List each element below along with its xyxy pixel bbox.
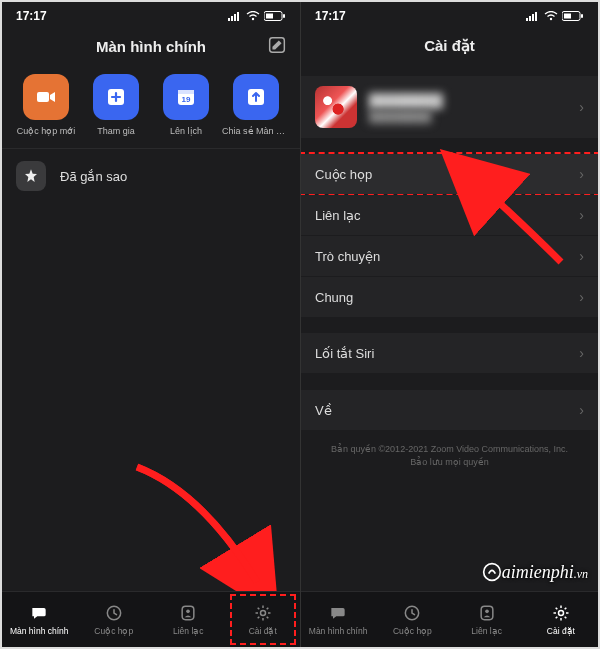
tab-label: Liên lạc (471, 626, 502, 636)
action-label: Lên lịch (170, 126, 202, 136)
status-indicators (526, 11, 584, 21)
battery-icon (562, 11, 584, 21)
svg-rect-18 (526, 18, 528, 21)
action-label: Chia sẻ Màn hình (222, 126, 290, 136)
page-title: Màn hình chính (96, 38, 206, 55)
status-time: 17:17 (315, 9, 346, 23)
chevron-right-icon: › (579, 166, 584, 182)
profile-subtext: ████████ (369, 110, 567, 122)
profile-name: ████████ (369, 93, 567, 108)
edit-icon[interactable] (266, 34, 288, 56)
chevron-right-icon: › (579, 289, 584, 305)
cell-contacts[interactable]: Liên lạc › (301, 195, 598, 236)
chevron-right-icon: › (579, 99, 584, 115)
cell-about[interactable]: Về › (301, 390, 598, 431)
copyright-text: Bản quyền ©2012-2021 Zoom Video Communic… (301, 431, 598, 480)
svg-rect-24 (564, 14, 571, 19)
tab-bar: Màn hình chính Cuộc họp Liên lạc Cài đặt (301, 591, 598, 647)
tab-label: Cuộc họp (393, 626, 432, 636)
share-icon (233, 74, 279, 120)
tab-label: Màn hình chính (309, 626, 368, 636)
cell-label: Lối tắt Siri (315, 346, 374, 361)
watermark: aimienphi.vn (482, 562, 588, 583)
profile-cell[interactable]: ████████ ████████ › (301, 76, 598, 138)
calendar-day: 19 (182, 95, 191, 104)
cell-label: Chung (315, 290, 353, 305)
svg-point-17 (260, 611, 265, 616)
status-time: 17:17 (16, 9, 47, 23)
svg-point-16 (186, 610, 190, 614)
svg-rect-6 (266, 14, 273, 19)
svg-rect-9 (37, 92, 49, 102)
starred-row[interactable]: Đã gắn sao (2, 153, 300, 199)
status-bar: 17:17 (2, 2, 300, 26)
tab-label: Cuộc họp (94, 626, 133, 636)
status-bar: 17:17 (301, 2, 598, 26)
plus-icon (93, 74, 139, 120)
video-icon (23, 74, 69, 120)
svg-rect-25 (581, 14, 583, 18)
cell-general[interactable]: Chung › (301, 277, 598, 317)
cellular-icon (228, 11, 242, 21)
status-indicators (228, 11, 286, 21)
starred-label: Đã gắn sao (60, 169, 127, 184)
tab-contacts[interactable]: Liên lạc (151, 592, 226, 647)
join-button[interactable]: Tham gia (82, 74, 150, 136)
action-label: Cuộc họp mới (17, 126, 76, 136)
svg-point-26 (483, 564, 500, 581)
cell-label: Liên lạc (315, 208, 361, 223)
calendar-icon: 19 (163, 74, 209, 120)
svg-rect-0 (228, 18, 230, 21)
chevron-right-icon: › (579, 207, 584, 223)
svg-rect-3 (237, 12, 239, 21)
tab-home[interactable]: Màn hình chính (2, 592, 77, 647)
tab-settings[interactable]: Cài đặt (524, 592, 598, 647)
svg-point-30 (558, 611, 563, 616)
screen-settings: 17:17 Cài đặt ████████ ████████ (300, 2, 598, 647)
tab-meetings[interactable]: Cuộc họp (77, 592, 152, 647)
cell-label: Về (315, 403, 332, 418)
header: Màn hình chính (2, 26, 300, 66)
cell-label: Cuộc họp (315, 167, 372, 182)
header: Cài đặt (301, 26, 598, 66)
cell-label: Trò chuyện (315, 249, 380, 264)
svg-point-4 (252, 18, 254, 20)
action-label: Tham gia (97, 126, 135, 136)
svg-rect-12 (178, 90, 194, 94)
tab-label: Cài đặt (547, 626, 575, 636)
tab-meetings[interactable]: Cuộc họp (375, 592, 449, 647)
tab-contacts[interactable]: Liên lạc (450, 592, 524, 647)
tab-home[interactable]: Màn hình chính (301, 592, 375, 647)
star-icon (16, 161, 46, 191)
new-meeting-button[interactable]: Cuộc họp mới (12, 74, 80, 136)
chevron-right-icon: › (579, 345, 584, 361)
tab-bar: Màn hình chính Cuộc họp Liên lạc Cài đặt (2, 591, 300, 647)
page-title: Cài đặt (424, 37, 475, 55)
cellular-icon (526, 11, 540, 21)
svg-point-29 (485, 610, 489, 614)
wifi-icon (246, 11, 260, 21)
tab-label: Liên lạc (173, 626, 204, 636)
battery-icon (264, 11, 286, 21)
tab-label: Màn hình chính (10, 626, 69, 636)
wifi-icon (544, 11, 558, 21)
svg-rect-2 (234, 14, 236, 21)
screen-home: 17:17 Màn hình chính (2, 2, 300, 647)
tab-settings[interactable]: Cài đặt (226, 592, 301, 647)
chevron-right-icon: › (579, 402, 584, 418)
chevron-right-icon: › (579, 248, 584, 264)
svg-rect-1 (231, 16, 233, 21)
divider (2, 148, 300, 149)
svg-rect-20 (532, 14, 534, 21)
schedule-button[interactable]: 19 Lên lịch (152, 74, 220, 136)
action-row: Cuộc họp mới Tham gia 19 Lên lịch Chi (2, 66, 300, 148)
cell-meetings[interactable]: Cuộc họp › (301, 154, 598, 195)
share-screen-button[interactable]: Chia sẻ Màn hình (222, 74, 290, 136)
avatar (315, 86, 357, 128)
copyright-line: Bản quyền ©2012-2021 Zoom Video Communic… (321, 443, 578, 456)
comparison-wrapper: 17:17 Màn hình chính (0, 0, 600, 649)
cell-siri[interactable]: Lối tắt Siri › (301, 333, 598, 374)
cell-chat[interactable]: Trò chuyện › (301, 236, 598, 277)
copyright-line: Bảo lưu mọi quyền (321, 456, 578, 469)
svg-rect-21 (535, 12, 537, 21)
